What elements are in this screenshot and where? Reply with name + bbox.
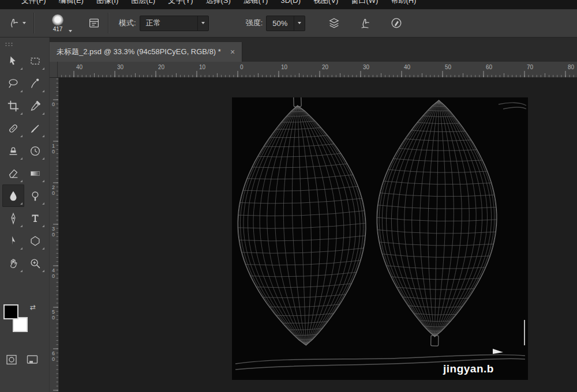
canvas-area[interactable]: jingyan.b <box>59 78 577 392</box>
divider <box>33 13 34 33</box>
brush-icon <box>29 122 42 135</box>
svg-text:4: 4 <box>52 267 55 273</box>
quick-mask-icon[interactable] <box>5 353 18 367</box>
lasso-icon <box>7 77 20 90</box>
eraser-icon <box>7 167 20 180</box>
menu-item[interactable]: 滤镜(T) <box>237 0 275 9</box>
swap-colors-icon[interactable]: ⇄ <box>30 303 36 311</box>
finger-painting-icon <box>359 17 372 29</box>
screen-mode-icon[interactable] <box>25 353 39 367</box>
finger-painting-button[interactable] <box>356 12 374 35</box>
svg-text:40: 40 <box>404 64 411 70</box>
brush-panel-icon <box>88 17 100 29</box>
svg-text:30: 30 <box>363 64 370 70</box>
eraser-tool[interactable] <box>2 162 24 184</box>
type-tool[interactable] <box>24 207 46 229</box>
brush-size-value: 417 <box>53 26 63 32</box>
strength-select[interactable]: 50% <box>266 16 305 31</box>
mode-value: 正常 <box>140 18 197 28</box>
document-title: 未标题_2.psd @ 33.3% (94c58PICyEG, RGB/8) * <box>57 47 221 57</box>
svg-text:0: 0 <box>52 190 55 196</box>
quick-selection-tool[interactable] <box>24 72 46 95</box>
panel-grip[interactable] <box>5 42 14 46</box>
tool-preset-picker[interactable] <box>5 12 29 35</box>
menu-item[interactable]: 图层(L) <box>125 0 162 9</box>
zoom-icon <box>29 257 42 270</box>
svg-text:0: 0 <box>52 232 55 238</box>
leaf-wireframe-art <box>232 97 528 380</box>
menu-item[interactable]: 选择(S) <box>199 0 237 9</box>
gradient-tool[interactable] <box>24 162 46 184</box>
menu-item[interactable]: 文字(Y) <box>162 0 199 9</box>
move-tool[interactable] <box>2 50 24 72</box>
tools-panel: ⇄ <box>0 37 50 392</box>
lasso-tool[interactable] <box>2 72 24 95</box>
pressure-button[interactable] <box>387 12 406 35</box>
watermark-text: jingyan.b <box>443 363 494 375</box>
divider <box>108 13 108 33</box>
menu-item[interactable]: 图像(I) <box>90 0 125 9</box>
blur-icon <box>7 190 20 202</box>
dodge-tool[interactable] <box>24 184 46 207</box>
chevron-down-icon <box>294 16 305 31</box>
foreground-swatch[interactable] <box>3 304 18 319</box>
sample-all-layers-button[interactable] <box>325 12 343 35</box>
clone-stamp-icon <box>7 145 20 157</box>
horizontal-ruler[interactable]: 4030201001020304050607080 <box>58 62 577 77</box>
type-icon <box>29 212 42 225</box>
svg-text:30: 30 <box>117 64 124 70</box>
spot-healing-brush-tool[interactable] <box>2 117 24 140</box>
blur-tool[interactable] <box>2 184 24 207</box>
brush-tip-preview <box>52 14 63 26</box>
pen-tool[interactable] <box>2 207 24 229</box>
strength-value: 50% <box>267 19 294 28</box>
menu-item[interactable]: 视图(V) <box>307 0 344 9</box>
svg-text:0: 0 <box>52 273 55 279</box>
document-canvas[interactable]: jingyan.b <box>232 97 528 380</box>
rectangular-marquee-tool[interactable] <box>24 50 46 72</box>
menu-item[interactable]: 文件(F) <box>15 0 53 9</box>
pen-icon <box>7 212 20 225</box>
toggle-brush-settings-button[interactable] <box>85 12 103 35</box>
history-brush-icon <box>29 145 42 157</box>
history-brush-tool[interactable] <box>24 140 46 162</box>
svg-text:10: 10 <box>199 64 206 70</box>
path-selection-tool[interactable] <box>2 229 24 252</box>
svg-text:0: 0 <box>240 64 243 70</box>
brush-preset-picker[interactable]: 417 <box>47 13 74 33</box>
svg-text:0: 0 <box>52 315 55 321</box>
close-icon[interactable]: × <box>230 48 235 56</box>
crop-tool[interactable] <box>2 95 24 117</box>
photoshop-window: 文件(F)编辑(E)图像(I)图层(L)文字(Y)选择(S)滤镜(T)3D(D)… <box>0 0 577 392</box>
quick-selection-icon <box>29 77 42 90</box>
svg-text:0: 0 <box>52 149 55 154</box>
clone-stamp-tool[interactable] <box>2 140 24 162</box>
horizontal-ruler-row: 4030201001020304050607080 <box>50 62 577 78</box>
hand-tool[interactable] <box>2 252 24 274</box>
brush-tool[interactable] <box>24 117 46 140</box>
zoom-tool[interactable] <box>24 252 46 274</box>
svg-text:20: 20 <box>158 64 165 70</box>
shape-icon <box>29 235 42 247</box>
color-swatches: ⇄ <box>3 303 38 337</box>
path-selection-icon <box>7 235 20 247</box>
smudge-tool-icon <box>8 17 20 29</box>
eyedropper-tool[interactable] <box>24 95 46 117</box>
menu-item[interactable]: 编辑(E) <box>53 0 90 9</box>
strength-label: 强度: <box>246 18 263 28</box>
shape-tool[interactable] <box>24 229 46 252</box>
svg-text:20: 20 <box>322 64 329 70</box>
menu-item[interactable]: 窗口(W) <box>344 0 384 9</box>
mode-select[interactable]: 正常 <box>140 16 209 31</box>
chevron-down-icon <box>23 22 26 24</box>
rectangular-marquee-icon <box>29 55 42 67</box>
svg-text:10: 10 <box>281 64 288 70</box>
document-tab[interactable]: 未标题_2.psd @ 33.3% (94c58PICyEG, RGB/8) *… <box>50 42 242 62</box>
chevron-down-icon <box>69 30 72 32</box>
svg-text:60: 60 <box>486 64 493 70</box>
menu-item[interactable]: 3D(D) <box>274 0 307 9</box>
menu-item[interactable]: 帮助(H) <box>384 0 422 9</box>
ruler-corner[interactable] <box>50 62 58 77</box>
crop-icon <box>7 100 20 112</box>
vertical-ruler[interactable]: 010203040506070 <box>50 78 59 392</box>
